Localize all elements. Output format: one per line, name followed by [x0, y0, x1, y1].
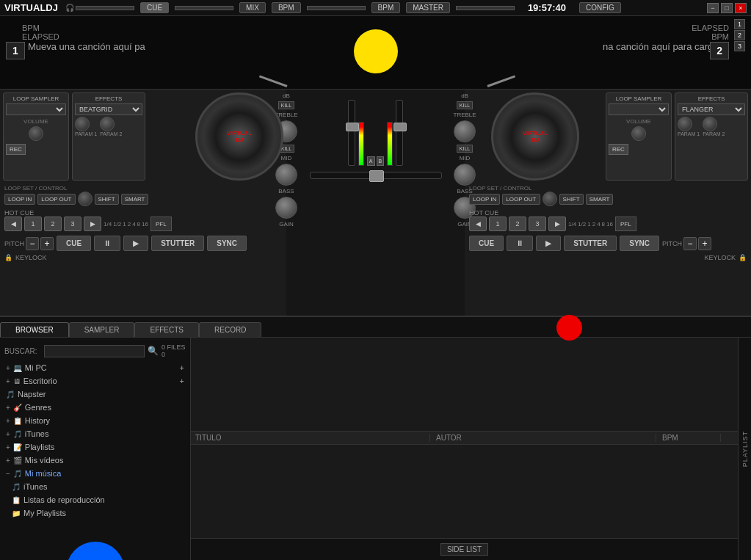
right-hot-cue-btn-3[interactable]: 3	[529, 217, 546, 231]
right-effects-select[interactable]: FLANGER	[678, 103, 745, 115]
cf-assign-left[interactable]: A	[367, 156, 375, 166]
right-stutter-button[interactable]: STUTTER	[564, 236, 617, 251]
left-play-button[interactable]: ▶	[123, 236, 148, 251]
tab-effects[interactable]: EFFECTS	[134, 322, 199, 337]
right-loop-in-button[interactable]: LOOP IN	[469, 194, 500, 205]
search-input[interactable]	[44, 345, 145, 357]
left-param1-knob[interactable]	[75, 117, 90, 131]
sidebar-item-listas[interactable]: 📋 Listas de reproducción	[0, 493, 190, 506]
cf-assign-right[interactable]: B	[377, 156, 385, 166]
side-list-button[interactable]: SIDE LIST	[440, 543, 488, 556]
right-loop-out-button[interactable]: LOOP OUT	[502, 194, 540, 205]
left-rec-button[interactable]: REC	[6, 144, 26, 155]
left-deck-panel: LOOP SAMPLER VOLUME REC EFFECTS BEATGRID	[0, 90, 286, 316]
left-channel-fader[interactable]	[348, 100, 355, 166]
left-param2-knob[interactable]	[100, 117, 115, 131]
minimize-button[interactable]: −	[707, 3, 719, 13]
sidebar-item-itunes-sub[interactable]: 🎵 iTunes	[0, 480, 190, 493]
right-param2-knob[interactable]	[703, 117, 717, 131]
escritorio-add-icon[interactable]: +	[180, 377, 184, 385]
left-smart-button[interactable]: SMART	[121, 194, 149, 205]
left-fader-handle[interactable]	[346, 123, 359, 131]
left-sync-button[interactable]: SYNC	[207, 236, 247, 251]
itunes-icon: 🎵	[13, 430, 22, 438]
left-effects-select[interactable]: BEATGRID	[75, 103, 142, 115]
maximize-button[interactable]: □	[721, 3, 733, 13]
right-turntable-wrapper: VIRTUALDJ	[491, 92, 579, 181]
bpm-right-button[interactable]: BPM	[371, 2, 401, 13]
tab-record[interactable]: RECORD	[199, 322, 261, 337]
right-cue-button[interactable]: CUE	[469, 236, 504, 251]
sidebar-item-genres[interactable]: + 🎸 Genres	[0, 401, 190, 414]
left-hot-cue-btn-2[interactable]: 2	[44, 217, 62, 231]
deck-num-2: 2	[734, 30, 745, 40]
sidebar-item-myplaylists[interactable]: 📁 My Playlists	[0, 506, 190, 520]
search-icon[interactable]: 🔍	[148, 346, 159, 356]
fader-row: A B	[348, 92, 403, 166]
right-hot-cue-btn-2[interactable]: 2	[509, 217, 526, 231]
left-pause-button[interactable]: ⏸	[94, 236, 120, 251]
right-effects-box: EFFECTS FLANGER PARAM 1 PARAM 2	[675, 92, 748, 181]
left-loop-in-button[interactable]: LOOP IN	[4, 194, 35, 205]
bpm-label-right: BPM	[603, 32, 729, 41]
sidebar-item-mimusica[interactable]: − 🎵 Mi música	[0, 467, 190, 480]
left-stutter-button[interactable]: STUTTER	[151, 236, 204, 251]
right-sync-button[interactable]: SYNC	[620, 236, 659, 251]
right-hot-cue-btn-next[interactable]: ▶	[548, 217, 566, 231]
sidebar-item-misvideos[interactable]: + 🎬 Mis vídeos	[0, 454, 190, 467]
right-hot-cue-btn-1[interactable]: 1	[489, 217, 507, 231]
right-rec-button[interactable]: REC	[609, 144, 628, 155]
sidebar-item-history[interactable]: + 📋 History	[0, 414, 190, 427]
sidebar-item-escritorio[interactable]: + 🖥 Escritorio +	[0, 374, 190, 388]
crossfader-handle[interactable]	[369, 170, 384, 182]
left-hot-cue-btn-prev[interactable]: ◀	[4, 217, 22, 231]
left-shift-button[interactable]: SHIFT	[95, 194, 119, 205]
right-loop-sampler-select[interactable]	[609, 103, 669, 115]
right-loop-knob[interactable]	[543, 192, 557, 206]
sidebar-item-mypc[interactable]: + 💻 Mi PC +	[0, 361, 190, 374]
right-volume-knob[interactable]	[631, 126, 646, 141]
right-channel-fader[interactable]	[396, 100, 403, 166]
right-pitch-minus[interactable]: −	[683, 237, 697, 250]
right-pfl-button[interactable]: PFL	[615, 217, 636, 231]
bpm-button[interactable]: BPM	[272, 2, 301, 13]
mix-button[interactable]: MIX	[239, 2, 266, 13]
left-hot-cue-btn-next[interactable]: ▶	[84, 217, 101, 231]
right-pitch-plus[interactable]: +	[698, 237, 711, 250]
left-loop-out-button[interactable]: LOOP OUT	[37, 194, 75, 205]
left-turntable: VIRTUALDJ	[195, 92, 283, 181]
config-button[interactable]: CONFIG	[579, 2, 621, 13]
left-cue-button[interactable]: CUE	[57, 236, 91, 251]
right-fader-handle[interactable]	[393, 123, 407, 131]
left-turntable-label: VIRTUALDJ	[227, 130, 253, 143]
left-volume-knob[interactable]	[29, 126, 43, 141]
crossfader-track[interactable]	[310, 172, 442, 179]
master-button[interactable]: MASTER	[406, 2, 450, 13]
sidebar-item-playlists[interactable]: + 📝 Playlists	[0, 440, 190, 454]
right-hot-cue-btn-prev[interactable]: ◀	[469, 217, 487, 231]
sidebar-item-itunes[interactable]: + 🎵 iTunes	[0, 427, 190, 440]
left-loop-sampler-select[interactable]	[6, 103, 66, 115]
left-pitch-minus[interactable]: −	[26, 237, 39, 250]
right-pause-button[interactable]: ⏸	[507, 236, 533, 251]
mypc-add-icon[interactable]: +	[180, 363, 184, 372]
sidebar-item-napster[interactable]: 🎵 Napster	[0, 388, 190, 401]
tab-browser[interactable]: BROWSER	[0, 322, 69, 337]
red-ball	[556, 315, 582, 341]
left-hot-cue-btn-3[interactable]: 3	[64, 217, 81, 231]
right-param1-knob[interactable]	[678, 117, 692, 131]
right-loop-sampler: LOOP SAMPLER VOLUME REC	[606, 92, 672, 181]
left-hot-cue-btn-1[interactable]: 1	[24, 217, 42, 231]
left-param2-label: PARAM 2	[100, 131, 122, 137]
left-loop-knob[interactable]	[78, 192, 92, 206]
right-shift-button[interactable]: SHIFT	[559, 194, 584, 205]
tab-sampler[interactable]: SAMPLER	[69, 322, 135, 337]
itunes-sub-icon: 🎵	[12, 483, 21, 491]
right-play-button[interactable]: ▶	[536, 236, 561, 251]
right-smart-button[interactable]: SMART	[586, 194, 614, 205]
left-bass-knob[interactable]	[275, 197, 297, 219]
left-pfl-button[interactable]: PFL	[150, 217, 172, 231]
left-pitch-plus[interactable]: +	[40, 237, 54, 250]
cue-button[interactable]: CUE	[140, 2, 169, 13]
close-button[interactable]: ×	[735, 3, 747, 13]
